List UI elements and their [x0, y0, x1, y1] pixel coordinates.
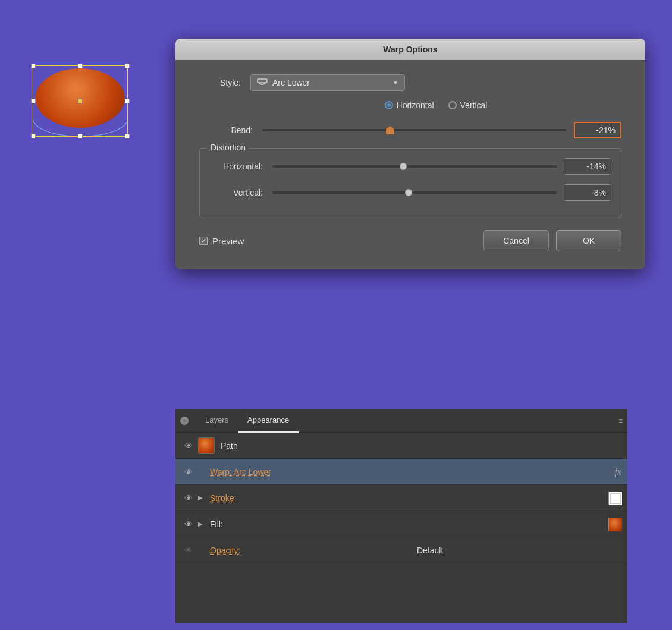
- svg-rect-0: [258, 79, 267, 83]
- stroke-row: 👁 ▶ Stroke:: [175, 485, 627, 511]
- bend-label: Bend:: [199, 125, 253, 135]
- bend-row: Bend:: [199, 122, 621, 138]
- style-row: Style: Arc Lower ▼: [199, 74, 621, 91]
- h-distortion-input[interactable]: [564, 158, 611, 175]
- opacity-visibility-icon[interactable]: 👁: [181, 546, 196, 555]
- handle-bottom-right[interactable]: [125, 134, 130, 138]
- warp-visibility-icon[interactable]: 👁: [181, 467, 196, 477]
- fill-swatch[interactable]: [608, 518, 621, 531]
- bend-slider[interactable]: [262, 129, 567, 131]
- orientation-row: Horizontal Vertical: [250, 100, 621, 110]
- warp-row: 👁 Warp: Arc Lower fx: [175, 459, 627, 485]
- dropdown-arrow-icon: ▼: [392, 80, 398, 86]
- fill-label[interactable]: Fill:: [210, 519, 604, 529]
- v-distortion-label: Vertical:: [209, 188, 263, 197]
- buttons-row: Cancel OK: [483, 230, 621, 251]
- bottom-panel: × Layers Appearance ≡ 👁 Path 👁 Warp: Arc…: [175, 409, 627, 623]
- fill-row: 👁 ▶ Fill:: [175, 511, 627, 537]
- shape-container: [33, 65, 128, 137]
- path-row: 👁 Path: [175, 433, 627, 459]
- center-handle[interactable]: [78, 99, 83, 103]
- handle-bottom-left[interactable]: [31, 134, 36, 138]
- vertical-label: Vertical: [460, 100, 488, 110]
- dialog-title: Warp Options: [383, 45, 437, 54]
- tab-layers[interactable]: Layers: [196, 409, 238, 433]
- stroke-label[interactable]: Stroke:: [210, 493, 604, 503]
- fill-visibility-icon[interactable]: 👁: [181, 519, 196, 529]
- style-dropdown[interactable]: Arc Lower ▼: [250, 74, 405, 91]
- h-distortion-slider[interactable]: [272, 165, 557, 168]
- stroke-visibility-icon[interactable]: 👁: [181, 493, 196, 503]
- stroke-expand-icon[interactable]: ▶: [198, 494, 208, 501]
- handle-top-right[interactable]: [125, 64, 130, 68]
- preview-checkbox[interactable]: ✓: [199, 237, 208, 245]
- opacity-label[interactable]: Opacity:: [210, 546, 414, 555]
- style-label: Style:: [199, 78, 241, 87]
- dialog-body: Style: Arc Lower ▼ Horizontal Ver: [175, 60, 645, 269]
- v-distortion-slider[interactable]: [272, 191, 557, 194]
- style-value: Arc Lower: [272, 78, 392, 87]
- opacity-row: 👁 Opacity: Default: [175, 537, 627, 563]
- path-visibility-icon[interactable]: 👁: [181, 441, 196, 451]
- arc-lower-icon: [257, 77, 268, 88]
- bend-input[interactable]: [574, 122, 621, 138]
- v-distortion-thumb[interactable]: [405, 189, 412, 196]
- close-icon: ×: [183, 418, 186, 424]
- preview-label: Preview: [212, 236, 244, 246]
- horizontal-radio[interactable]: Horizontal: [385, 100, 434, 110]
- fill-swatch-content: [609, 518, 622, 531]
- ok-button[interactable]: OK: [556, 230, 621, 251]
- handle-top-mid[interactable]: [78, 64, 83, 68]
- handle-top-left[interactable]: [31, 64, 36, 68]
- h-distortion-label: Horizontal:: [209, 162, 263, 171]
- selection-box: [33, 65, 128, 137]
- fx-badge: fx: [614, 467, 621, 477]
- stroke-swatch-content: [609, 492, 622, 505]
- dialog-titlebar: Warp Options: [175, 39, 645, 60]
- stroke-slash-icon: [609, 492, 622, 505]
- handle-mid-right[interactable]: [125, 99, 130, 103]
- h-distortion-thumb[interactable]: [400, 163, 407, 170]
- horizontal-label: Horizontal: [397, 100, 434, 110]
- h-distortion-row: Horizontal:: [209, 158, 611, 175]
- stroke-swatch[interactable]: [608, 492, 621, 505]
- cancel-button[interactable]: Cancel: [483, 230, 549, 251]
- v-distortion-row: Vertical:: [209, 184, 611, 201]
- canvas-area: [0, 0, 178, 404]
- tab-appearance[interactable]: Appearance: [238, 409, 299, 433]
- panel-tabs: Layers Appearance: [196, 409, 618, 433]
- path-label: Path: [221, 441, 621, 451]
- warp-label[interactable]: Warp: Arc Lower: [210, 467, 614, 477]
- path-thumbnail: [198, 437, 215, 454]
- distortion-legend: Distortion: [207, 143, 249, 152]
- handle-mid-left[interactable]: [31, 99, 36, 103]
- preview-left: ✓ Preview: [199, 236, 244, 246]
- checkmark-icon: ✓: [201, 237, 206, 245]
- panel-close-button[interactable]: ×: [180, 417, 189, 425]
- panel-header: × Layers Appearance ≡: [175, 409, 627, 433]
- bend-thumb[interactable]: [386, 126, 394, 134]
- warp-dialog: Warp Options Style: Arc Lower ▼ Horizont…: [175, 39, 645, 269]
- horizontal-radio-circle: [385, 101, 393, 109]
- handle-bottom-mid[interactable]: [78, 134, 83, 138]
- opacity-value: Default: [417, 546, 621, 555]
- v-distortion-input[interactable]: [564, 184, 611, 201]
- fill-expand-icon[interactable]: ▶: [198, 521, 208, 527]
- panel-menu-icon[interactable]: ≡: [618, 417, 623, 425]
- preview-row: ✓ Preview Cancel OK: [199, 230, 621, 251]
- distortion-group: Distortion Horizontal: Vertical:: [199, 148, 621, 218]
- vertical-radio[interactable]: Vertical: [448, 100, 488, 110]
- vertical-radio-circle: [448, 101, 457, 109]
